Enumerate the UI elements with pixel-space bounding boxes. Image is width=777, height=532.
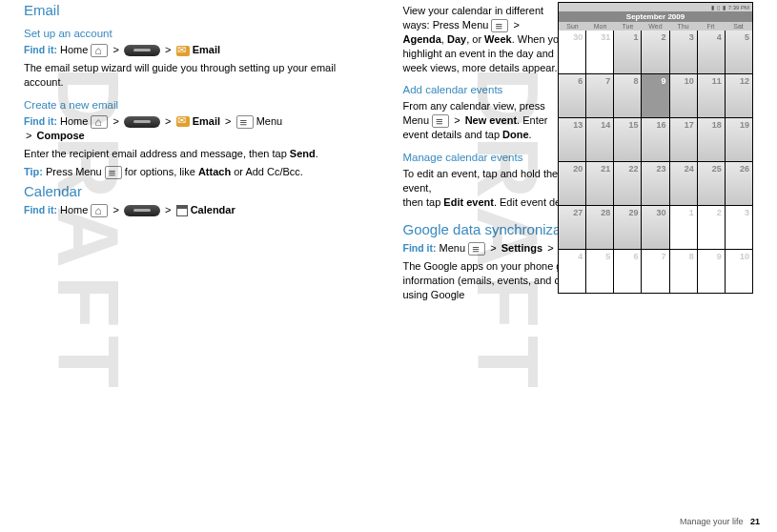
calendar-cell[interactable]: 11 [698,74,725,117]
attach-label: Attach [198,166,231,177]
launcher-icon [124,205,160,216]
home-icon [91,115,108,129]
manage-events-heading: Manage calendar events [403,152,565,163]
gt: > [513,19,519,31]
gt: > [165,115,171,127]
calendar-cell[interactable]: 2 [642,31,668,73]
gt: > [26,130,31,141]
dow-cell: Sat [725,22,752,31]
calendar-cell[interactable]: 2 [698,206,725,249]
menu-icon [491,19,508,32]
calendar-cell[interactable]: 17 [670,118,697,161]
calendar-cell[interactable]: 25 [698,162,725,205]
dow-cell: Tue [614,22,642,31]
menu-text: Menu [256,115,283,127]
calendar-cell[interactable]: 1 [670,206,697,249]
week-label: Week [484,33,512,45]
add-events-heading: Add calendar events [403,84,565,95]
done-label: Done [502,129,529,140]
calendar-cell[interactable]: 31 [586,31,613,73]
menu-icon [105,166,122,179]
calendar-cell[interactable]: 27 [559,206,585,249]
calendar-cell[interactable]: 7 [586,74,613,117]
calendar-cell[interactable]: 12 [726,74,752,117]
calendar-cell[interactable]: 13 [559,118,585,161]
footer-text: Manage your life [680,517,744,526]
gt: > [113,44,119,55]
calendar-label: Calendar [191,204,235,215]
compose-label: Compose [37,130,85,141]
calendar-cell[interactable]: 5 [726,31,752,73]
calendar-cell[interactable]: 28 [586,206,613,249]
findit-line: Find it: Home > > Email [24,43,375,57]
tip-paragraph: Tip: Press Menu for options, like Attach… [24,165,375,179]
setup-account-heading: Set up an account [24,28,375,39]
findit-line: Find it: Home > > Email > Menu > Compose [24,114,375,143]
calendar-cell[interactable]: 20 [559,162,585,205]
settings-label: Settings [501,242,542,254]
gt: > [113,204,119,215]
dow-cell: Sun [559,22,586,31]
calendar-cell[interactable]: 21 [586,162,613,205]
calendar-heading: Calendar [24,183,375,199]
calendar-grid: 3031123456789101112131415161718192021222… [559,31,752,293]
dow-cell: Thu [669,22,697,31]
calendar-cell[interactable]: 29 [614,206,641,249]
mail-icon [176,116,190,127]
calendar-cell[interactable]: 22 [614,162,641,205]
calendar-cell[interactable]: 4 [698,31,725,73]
calendar-icon [176,205,188,216]
email-heading: Email [24,2,375,18]
calendar-cell[interactable]: 14 [586,118,613,161]
calendar-cell[interactable]: 30 [559,31,585,73]
calendar-cell[interactable]: 23 [642,162,668,205]
page-footer: Manage your life 21 [680,517,760,526]
calendar-cell[interactable]: 16 [642,118,668,161]
menu-icon [236,115,254,129]
calendar-cell[interactable]: 9 [642,74,668,117]
calendar-cell[interactable]: 10 [726,250,752,293]
calendar-title: September 2009 [559,11,752,22]
menu-text: Menu [440,242,466,254]
calendar-cell[interactable]: 1 [614,31,641,73]
calendar-cell[interactable]: 8 [614,74,641,117]
calendar-cell[interactable]: 19 [726,118,752,161]
findit-line: Find it: Home > > Calendar [24,203,375,217]
calendar-cell[interactable]: 8 [670,250,697,293]
view-paragraph: View your calendar in different ways: Pr… [403,4,565,74]
calendar-cell[interactable]: 7 [642,250,668,293]
calendar-cell[interactable]: 15 [614,118,641,161]
calendar-cell[interactable]: 3 [670,31,697,73]
calendar-cell[interactable]: 30 [642,206,668,249]
gt: > [454,114,460,126]
home-text: Home [60,44,88,55]
launcher-icon [124,45,160,56]
calendar-cell[interactable]: 18 [698,118,725,161]
calendar-cell[interactable]: 6 [614,250,641,293]
setup-paragraph: The email setup wizard will guide you th… [24,61,375,90]
new-event-label: New event [465,114,517,126]
dow-cell: Mon [586,22,614,31]
calendar-cell[interactable]: 10 [670,74,697,117]
calendar-cell[interactable]: 26 [726,162,752,205]
home-icon [91,44,108,57]
tip-label: Tip: [24,166,43,177]
home-text: Home [60,204,88,215]
calendar-cell[interactable]: 5 [586,250,613,293]
signal-icon: ▮ [711,4,714,10]
calendar-cell[interactable]: 6 [559,74,585,117]
battery-icon: ▮ [723,4,726,10]
calendar-dow-row: SunMonTueWedThuFriSat [559,22,752,31]
calendar-cell[interactable]: 24 [670,162,697,205]
calendar-cell[interactable]: 3 [726,206,752,249]
calendar-cell[interactable]: 4 [559,250,585,293]
findit-label: Find it: [24,115,57,127]
agenda-label: Agenda [403,33,441,45]
page-number: 21 [750,517,760,526]
home-text: Home [60,115,88,127]
gt: > [490,242,496,254]
calendar-cell[interactable]: 9 [698,250,725,293]
email-label: Email [193,44,220,55]
status-time: 7:39 PM [728,5,749,10]
network-icon: ▯ [717,4,720,10]
